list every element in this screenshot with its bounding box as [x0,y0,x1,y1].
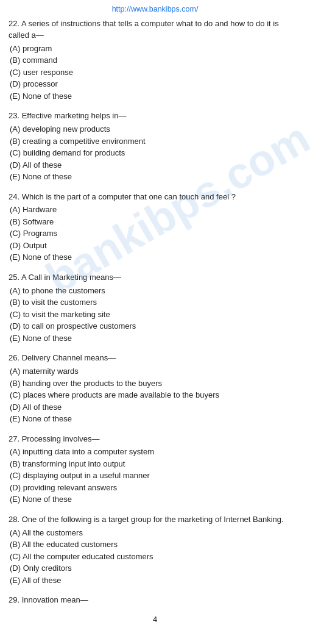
option-24-1: (B) Software [10,216,301,228]
question-text-24: 24. Which is the part of a computer that… [9,191,301,203]
option-26-3: (D) All of these [10,401,301,413]
question-text-28: 28. One of the following is a target gro… [9,514,301,526]
option-22-4: (E) None of these [10,90,301,102]
option-23-4: (E) None of these [10,171,301,183]
option-23-1: (B) creating a competitive environment [10,135,301,148]
questions-container: 22. A series of instructions that tells … [9,18,301,606]
option-24-0: (A) Hardware [10,204,301,216]
option-27-2: (C) displaying output in a useful manner [10,470,301,482]
question-text-22: 22. A series of instructions that tells … [9,18,301,41]
option-27-3: (D) providing relevant answers [10,482,301,494]
option-26-2: (C) places where products are made avail… [10,389,301,401]
option-23-2: (C) building demand for products [10,147,301,159]
option-25-4: (E) None of these [10,332,301,345]
option-23-0: (A) developing new products [10,123,301,135]
question-block-22: 22. A series of instructions that tells … [9,18,301,102]
question-block-28: 28. One of the following is a target gro… [9,514,301,586]
question-block-23: 23. Effective marketing helps in—(A) dev… [9,110,301,182]
option-25-1: (B) to visit the customers [10,296,301,309]
question-block-27: 27. Processing involves—(A) inputting da… [9,434,301,506]
option-28-1: (B) All the educated customers [10,538,301,551]
question-text-25: 25. A Call in Marketing means— [9,272,301,284]
option-28-4: (E) All of these [10,574,301,587]
option-26-0: (A) maternity wards [10,365,301,377]
question-text-29: 29. Innovation mean— [9,595,301,606]
question-block-25: 25. A Call in Marketing means—(A) to pho… [9,272,301,344]
option-25-0: (A) to phone the customers [10,285,301,297]
option-27-4: (E) None of these [10,493,301,506]
header-url[interactable]: http://www.bankibps.com/ [9,5,301,13]
option-24-4: (E) None of these [10,251,301,263]
option-22-1: (B) command [10,54,301,66]
option-22-2: (C) user response [10,66,301,79]
option-23-3: (D) All of these [10,159,301,171]
option-27-0: (A) inputting data into a computer syste… [10,446,301,458]
option-28-3: (D) Only creditors [10,562,301,574]
option-26-4: (E) None of these [10,413,301,425]
question-text-23: 23. Effective marketing helps in— [9,110,301,122]
option-24-2: (C) Programs [10,227,301,240]
option-24-3: (D) Output [10,240,301,252]
question-block-29: 29. Innovation mean— [9,595,301,606]
option-22-3: (D) processor [10,78,301,90]
option-28-0: (A) All the customers [10,527,301,539]
question-block-26: 26. Delivery Channel means—(A) maternity… [9,352,301,424]
option-25-2: (C) to visit the marketing site [10,309,301,321]
question-text-27: 27. Processing involves— [9,434,301,445]
page-number: 4 [9,615,301,624]
option-28-2: (C) All the computer educated customers [10,551,301,563]
option-22-0: (A) program [10,43,301,55]
question-block-24: 24. Which is the part of a computer that… [9,191,301,263]
option-26-1: (B) handing over the products to the buy… [10,377,301,390]
option-27-1: (B) transforming input into output [10,458,301,470]
question-text-26: 26. Delivery Channel means— [9,352,301,364]
option-25-3: (D) to call on prospective customers [10,320,301,332]
